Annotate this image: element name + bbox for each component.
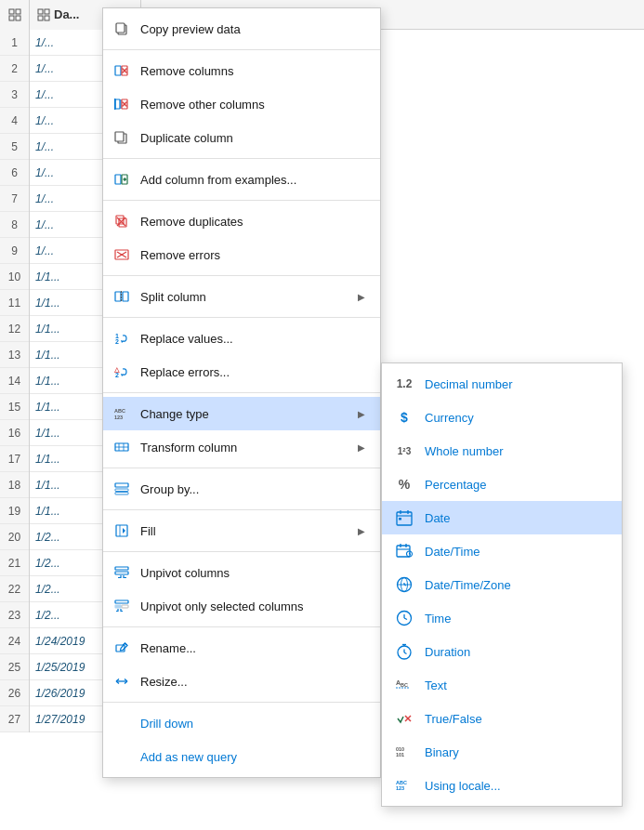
row-num-26[interactable]: 26 [0, 680, 29, 706]
text-label: Text [425, 678, 607, 692]
time-icon [389, 607, 419, 629]
submenu-item-using-locale[interactable]: ABC 123 Using locale... [382, 769, 622, 802]
menu-item-remove-columns[interactable]: Remove columns [103, 54, 380, 87]
row-num-10[interactable]: 10 [0, 264, 29, 290]
row-num-11[interactable]: 11 [0, 290, 29, 316]
menu-item-unpivot-only-selected[interactable]: Unpivot only selected columns [103, 589, 380, 623]
row-num-7[interactable]: 7 [0, 186, 29, 212]
unpivot-only-icon [111, 595, 133, 617]
row-num-14[interactable]: 14 [0, 368, 29, 394]
row-num-23[interactable]: 23 [0, 602, 29, 628]
duplicate-column-label: Duplicate column [140, 131, 365, 145]
submenu-item-binary[interactable]: 010 101 Binary [382, 735, 622, 769]
menu-item-remove-errors[interactable]: Remove errors [103, 238, 380, 271]
svg-rect-3 [16, 16, 20, 20]
submenu-item-duration[interactable]: Duration [382, 635, 622, 668]
row-num-3[interactable]: 3 [0, 82, 29, 108]
submenu-item-date[interactable]: Date [382, 501, 622, 534]
menu-item-resize[interactable]: Resize... [103, 665, 380, 698]
submenu-item-date-time[interactable]: Date/Time [382, 534, 622, 568]
svg-line-79 [404, 618, 407, 620]
row-num-25[interactable]: 25 [0, 654, 29, 680]
divider-3 [103, 200, 380, 201]
currency-label: Currency [425, 411, 607, 425]
submenu-item-percentage[interactable]: % Percentage [382, 468, 622, 501]
remove-errors-icon [111, 244, 133, 266]
row-num-16[interactable]: 16 [0, 420, 29, 446]
menu-item-copy-preview[interactable]: Copy preview data [103, 12, 380, 46]
svg-text:2: 2 [115, 338, 119, 345]
row-num-8[interactable]: 8 [0, 212, 29, 238]
date-time-zone-label: Date/Time/Zone [425, 578, 607, 592]
menu-item-unpivot-columns[interactable]: Unpivot columns [103, 556, 380, 589]
replace-errors-icon: △ 2 [111, 361, 133, 383]
row-num-18[interactable]: 18 [0, 472, 29, 498]
row-num-22[interactable]: 22 [0, 576, 29, 602]
submenu-item-date-time-zone[interactable]: Date/Time/Zone [382, 568, 622, 601]
row-num-20[interactable]: 20 [0, 524, 29, 550]
row-num-4[interactable]: 4 [0, 108, 29, 134]
date-time-icon [389, 540, 419, 562]
group-by-icon [111, 478, 133, 500]
row-num-27[interactable]: 27 [0, 706, 29, 732]
menu-item-duplicate-column[interactable]: Duplicate column [103, 121, 380, 154]
menu-item-remove-other-columns[interactable]: Remove other columns [103, 87, 380, 121]
whole-number-icon: 1²3 [389, 440, 419, 462]
unpivot-columns-icon [111, 561, 133, 584]
row-num-1[interactable]: 1 [0, 30, 29, 56]
split-column-arrow: ▶ [358, 292, 365, 302]
row-num-5[interactable]: 5 [0, 134, 29, 160]
duplicate-column-icon [111, 126, 133, 149]
divider-10 [103, 626, 380, 627]
menu-item-group-by[interactable]: Group by... [103, 472, 380, 506]
row-num-17[interactable]: 17 [0, 446, 29, 472]
menu-item-remove-duplicates[interactable]: Remove duplicates [103, 204, 380, 238]
row-num-6[interactable]: 6 [0, 160, 29, 186]
menu-item-transform-column[interactable]: Transform column ▶ [103, 430, 380, 464]
submenu-item-decimal[interactable]: 1.2 Decimal number [382, 367, 622, 401]
row-num-24[interactable]: 24 [0, 628, 29, 654]
menu-item-add-new-query[interactable]: Add as new query [103, 740, 380, 773]
svg-rect-47 [115, 489, 128, 492]
duration-label: Duration [425, 645, 607, 659]
remove-columns-label: Remove columns [140, 64, 365, 78]
whole-number-label: Whole number [425, 444, 607, 458]
row-num-13[interactable]: 13 [0, 342, 29, 368]
row-num-21[interactable]: 21 [0, 550, 29, 576]
row-num-12[interactable]: 12 [0, 316, 29, 342]
submenu-item-currency[interactable]: $ Currency [382, 401, 622, 434]
change-type-icon: ABC 123 [111, 402, 133, 425]
submenu-item-time[interactable]: Time [382, 601, 622, 635]
menu-item-change-type[interactable]: ABC 123 Change type ▶ [103, 397, 380, 430]
row-num-19[interactable]: 19 [0, 498, 29, 524]
svg-rect-0 [9, 9, 14, 14]
duration-icon [389, 640, 419, 663]
svg-text:BC: BC [401, 682, 408, 688]
submenu-item-true-false[interactable]: True/False [382, 702, 622, 735]
replace-values-icon: 1 2 [111, 327, 133, 349]
submenu-item-whole-number[interactable]: 1²3 Whole number [382, 434, 622, 468]
menu-item-split-column[interactable]: Split column ▶ [103, 280, 380, 313]
menu-item-drill-down[interactable]: Drill down [103, 706, 380, 740]
add-new-query-icon [111, 745, 133, 768]
rename-icon [111, 637, 133, 659]
menu-item-rename[interactable]: Rename... [103, 631, 380, 665]
binary-icon: 010 101 [389, 741, 419, 763]
row-num-2[interactable]: 2 [0, 56, 29, 82]
menu-item-replace-values[interactable]: 1 2 Replace values... [103, 322, 380, 355]
svg-rect-46 [115, 483, 128, 487]
menu-item-add-column-examples[interactable]: Add column from examples... [103, 163, 380, 196]
row-num-9[interactable]: 9 [0, 238, 29, 264]
menu-item-fill[interactable]: Fill ▶ [103, 514, 380, 547]
menu-item-replace-errors[interactable]: △ 2 Replace errors... [103, 355, 380, 389]
submenu-item-text[interactable]: A BC Text [382, 668, 622, 702]
group-by-label: Group by... [140, 482, 365, 496]
svg-text:101: 101 [396, 752, 404, 758]
add-column-examples-label: Add column from examples... [140, 173, 365, 187]
row-num-15[interactable]: 15 [0, 394, 29, 420]
sheet-corner [0, 0, 30, 30]
divider-9 [103, 551, 380, 552]
svg-text:123: 123 [114, 415, 123, 420]
divider-6 [103, 392, 380, 393]
rename-label: Rename... [140, 641, 365, 655]
